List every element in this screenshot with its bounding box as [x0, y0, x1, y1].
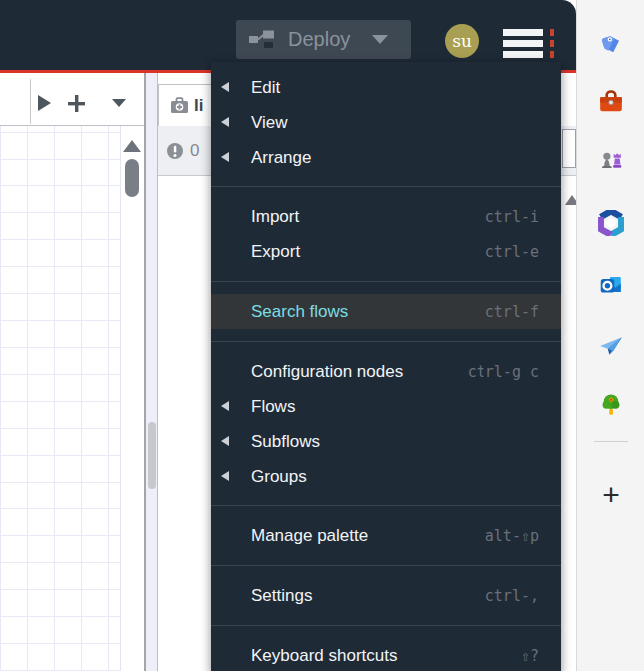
menu-item-settings[interactable]: Settings ctrl-,: [211, 578, 561, 613]
canvas-scrollbar-thumb[interactable]: [125, 159, 139, 197]
user-avatar[interactable]: su: [445, 24, 479, 58]
tabbar-divider: [30, 79, 31, 124]
menu-item-configuration-nodes[interactable]: Configuration nodes ctrl-g c: [211, 354, 561, 389]
menu-separator: [211, 186, 561, 187]
flow-tab-label: li: [194, 96, 203, 116]
submenu-arrow-icon: [221, 117, 229, 127]
menu-separator: [211, 341, 561, 342]
canvas-grid[interactable]: [0, 126, 121, 671]
menu-item-subflows[interactable]: Subflows: [211, 424, 561, 459]
menu-separator: [211, 565, 561, 566]
chevron-down-icon: [372, 35, 388, 44]
microsoft-365-icon[interactable]: [597, 209, 625, 237]
menu-item-import[interactable]: Import ctrl-i: [211, 199, 561, 234]
outlook-icon[interactable]: [597, 271, 625, 299]
plus-icon: [68, 95, 85, 112]
toolbox-icon[interactable]: [597, 88, 625, 116]
scroll-up-icon[interactable]: [123, 140, 141, 152]
submenu-arrow-icon: [221, 82, 229, 92]
medkit-icon: [170, 97, 189, 114]
menu-item-flows[interactable]: Flows: [211, 389, 561, 424]
deploy-label: Deploy: [288, 28, 350, 51]
add-sidebar-item-button[interactable]: +: [602, 481, 620, 508]
deploy-button[interactable]: Deploy: [236, 20, 411, 59]
menu-separator: [211, 625, 561, 626]
menu-item-groups[interactable]: Groups: [211, 459, 561, 494]
flow-list-button[interactable]: [112, 99, 126, 107]
tag-icon[interactable]: [597, 30, 625, 58]
deploy-icon: [249, 29, 276, 50]
submenu-arrow-icon: [221, 401, 229, 411]
menu-item-keyboard-shortcuts[interactable]: Keyboard shortcuts ⇧?: [211, 638, 561, 671]
avatar-initials: su: [452, 31, 472, 51]
sidebar-scrollbar-thumb[interactable]: [148, 422, 156, 489]
tab-scroll-icon[interactable]: [38, 95, 51, 111]
chess-icon[interactable]: [597, 146, 625, 173]
menu-item-export[interactable]: Export ctrl-e: [211, 234, 561, 269]
tree-icon[interactable]: [597, 391, 625, 419]
menu-separator: [211, 505, 561, 506]
add-flow-button[interactable]: [68, 95, 85, 116]
menu-item-arrange[interactable]: Arrange: [211, 140, 561, 174]
menu-item-edit[interactable]: Edit: [211, 70, 561, 105]
browser-sidebar: +: [576, 0, 644, 671]
menu-separator: [211, 281, 561, 282]
menu-item-manage-palette[interactable]: Manage palette alt-⇧p: [211, 518, 561, 553]
search-box-fragment[interactable]: [562, 129, 576, 168]
warning-count: 0: [190, 141, 199, 161]
node-red-editor: li 0 Deploy su: [0, 0, 644, 671]
main-menu: Edit View Arrange Import ctrl-i Export c…: [211, 62, 561, 671]
sidebar-scrollbar[interactable]: [146, 73, 158, 671]
hamburger-menu-button[interactable]: [503, 29, 543, 59]
submenu-arrow-icon: [221, 152, 229, 162]
sidebar-divider: [594, 441, 628, 442]
submenu-arrow-icon: [221, 471, 229, 481]
hamburger-icon: [503, 29, 543, 36]
submenu-arrow-icon: [221, 436, 229, 446]
menu-item-view[interactable]: View: [211, 105, 561, 140]
warning-count-icon: [166, 142, 184, 160]
menu-item-search-flows[interactable]: Search flows ctrl-f: [211, 294, 561, 329]
paper-plane-icon[interactable]: [597, 332, 625, 360]
